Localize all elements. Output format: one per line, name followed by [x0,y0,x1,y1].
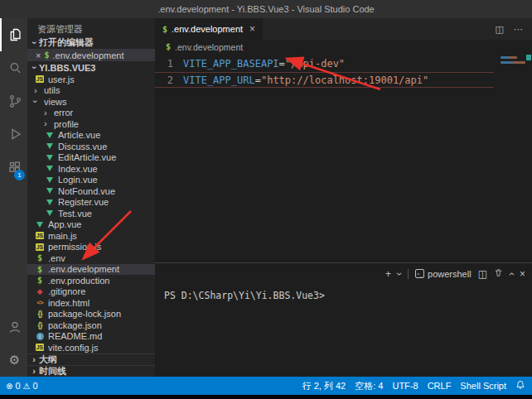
tab-label: .env.development [172,24,243,34]
tree-item[interactable]: permission.js [27,242,155,253]
explorer-icon[interactable] [0,18,27,51]
open-editors-header[interactable]: › 打开的编辑器 [27,36,155,49]
file-type-icon [34,298,46,308]
source-control-icon[interactable] [0,84,27,118]
tree-item[interactable]: views [27,96,155,108]
tree-item[interactable]: .env [27,252,155,264]
file-tree: user.js utils views error [27,74,155,353]
outline-header[interactable]: › 大纲 [27,353,155,365]
split-editor-icon[interactable]: ◫ [491,24,508,35]
open-editor-label: .env.development [52,50,123,60]
toggle-panel-icon[interactable] [403,0,423,18]
close-panel-icon[interactable]: × [520,269,525,279]
cursor-position[interactable]: 行 2, 列 42 [302,380,346,392]
tree-item[interactable]: package-lock.json [27,309,155,320]
tree-item[interactable]: NotFound.vue [27,185,155,197]
search-icon[interactable] [0,51,27,84]
project-header[interactable]: › YI.BBS.VUE3 [27,61,155,74]
breadcrumb[interactable]: $ .env.development [155,40,532,54]
tree-item[interactable]: Article.vue [27,130,155,142]
file-type-icon [44,175,56,185]
minimap-line [501,61,525,64]
tree-item[interactable]: profile [27,118,155,130]
chevron-down-icon: › [30,38,39,48]
tree-item[interactable]: vite.config.js [27,342,155,353]
indentation[interactable]: 空格: 4 [355,380,383,392]
problems-status[interactable]: ⊗ 0 ⚠ 0 [6,381,38,391]
terminal-instance-powershell[interactable]: >_ powershell [415,269,472,279]
accounts-icon[interactable] [0,310,27,344]
new-terminal-icon[interactable]: + [385,269,391,279]
customize-layout-icon[interactable] [443,0,462,18]
run-debug-icon[interactable] [0,118,27,151]
toggle-sidebar-icon[interactable] [383,0,403,18]
tree-item-label: package-lock.json [48,309,121,319]
line-number: 2 [155,73,173,87]
split-terminal-icon[interactable]: ◫ [478,269,487,279]
extensions-icon[interactable]: 1 [0,151,27,184]
code-lines: 1VITE_APP_BASEAPI="/api-dev"2VITE_APP_UR… [155,54,494,88]
tree-item[interactable]: Login.vue [27,175,155,186]
tree-item-label: .env.production [48,276,109,286]
close-window-button[interactable] [509,0,532,18]
tree-item[interactable]: utils [27,85,155,97]
tree-item[interactable]: user.js [27,74,155,85]
code-line[interactable]: 1VITE_APP_BASEAPI="/api-dev" [155,56,494,72]
file-type-icon [34,242,46,252]
panel-tabs [162,263,196,284]
tree-item-label: NotFound.vue [58,186,115,196]
close-icon[interactable]: × [36,50,41,60]
notifications-bell-icon[interactable] [515,380,525,392]
env-file-icon: $ [166,42,171,51]
tree-item-label: Article.vue [58,130,100,140]
file-type-icon [44,197,56,207]
timeline-header[interactable]: › 时间线 [27,365,155,377]
tree-item[interactable]: README.md [27,331,155,343]
terminal-dropdown-icon[interactable]: › [394,272,404,276]
tree-item[interactable]: .env.production [27,275,155,286]
minimize-button[interactable] [462,0,486,18]
editor-group: $ .env.development × ◫ ⋯ $ .env.developm… [155,18,532,377]
tab-env-development[interactable]: $ .env.development × [155,18,264,40]
tree-item[interactable]: error [27,108,155,119]
terminal-instance-label: powershell [428,269,472,279]
encoding[interactable]: UTF-8 [392,381,418,391]
tree-item-label: package.json [48,320,102,330]
eol-sequence[interactable]: CRLF [428,381,452,391]
tree-item[interactable]: Register.vue [27,197,155,209]
settings-gear-icon[interactable]: ⚙ [0,344,27,377]
code-editor[interactable]: 1VITE_APP_BASEAPI="/api-dev"2VITE_APP_UR… [155,54,532,262]
terminal-content[interactable]: PS D:\CSharp\Yi\Yi.BBS.Vue3> [155,284,532,377]
file-type-icon [34,75,46,84]
tab-actions: ◫ ⋯ [491,18,532,40]
tree-item[interactable]: .gitignore [27,286,155,298]
warning-icon: ⚠ [23,382,31,391]
tree-item[interactable]: App.vue [27,219,155,231]
env-file-icon: $ [44,50,49,60]
toggle-secondary-sidebar-icon[interactable] [423,0,443,18]
language-mode[interactable]: Shell Script [460,381,506,391]
tree-item[interactable]: EditArticle.vue [27,152,155,164]
tree-item[interactable]: Test.vue [27,208,155,219]
minimap[interactable] [496,54,532,262]
window-bottom-edge [0,395,532,399]
maximize-panel-icon[interactable]: › [506,272,516,276]
tree-item[interactable]: package.json [27,320,155,331]
error-count: 0 [15,381,20,391]
tree-item[interactable]: Index.vue [27,163,155,175]
file-type-icon [34,264,46,274]
tree-item[interactable]: .env.development [27,264,155,276]
more-actions-icon[interactable]: ⋯ [510,24,527,35]
chevron-down-icon: › [30,63,39,73]
search-glyph [6,59,24,77]
file-type-icon [34,343,46,353]
open-editor-item[interactable]: × $ .env.development [27,49,155,61]
code-line[interactable]: 2VITE_APP_URL="http://localhost:19001/ap… [155,72,494,88]
maximize-restore-button[interactable] [486,0,509,18]
tree-item[interactable]: index.html [27,297,155,309]
tree-item[interactable]: main.js [27,230,155,242]
kill-terminal-icon[interactable] [494,268,503,279]
file-type-icon [44,130,56,140]
close-tab-icon[interactable]: × [249,23,255,35]
tree-item[interactable]: Discuss.vue [27,141,155,152]
